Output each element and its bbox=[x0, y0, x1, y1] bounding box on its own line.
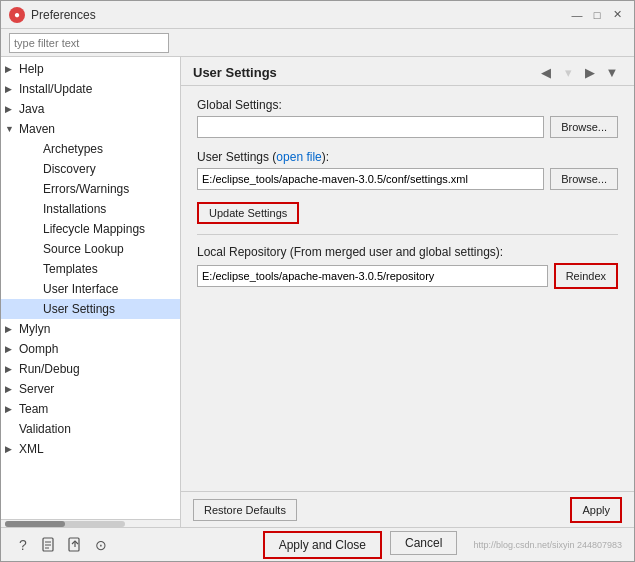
sidebar-item-label: Team bbox=[19, 402, 48, 416]
document-icon[interactable] bbox=[39, 535, 59, 555]
reindex-button-wrapper: Reindex bbox=[554, 263, 618, 289]
footer: ? ⊙ Apply and Close Cancel http://blog.c… bbox=[1, 527, 634, 561]
panel-nav: ◀ ▾ ▶ ▼ bbox=[536, 63, 622, 81]
expand-arrow: ▶ bbox=[5, 444, 19, 454]
expand-arrow: ▶ bbox=[5, 64, 19, 74]
nav-menu-button[interactable]: ▼ bbox=[602, 63, 622, 81]
sidebar-item-label: Discovery bbox=[43, 162, 96, 176]
sidebar-item-java[interactable]: ▶ Java bbox=[1, 99, 180, 119]
expand-arrow: ▶ bbox=[5, 404, 19, 414]
sidebar-item-label: Install/Update bbox=[19, 82, 92, 96]
local-repo-input[interactable] bbox=[197, 265, 548, 287]
sidebar-item-label: Errors/Warnings bbox=[43, 182, 129, 196]
sidebar-item-user-settings[interactable]: User Settings bbox=[1, 299, 180, 319]
update-settings-button[interactable]: Update Settings bbox=[197, 202, 299, 224]
export-icon[interactable] bbox=[65, 535, 85, 555]
user-settings-input[interactable] bbox=[197, 168, 544, 190]
sidebar-item-install-update[interactable]: ▶ Install/Update bbox=[1, 79, 180, 99]
sidebar-item-discovery[interactable]: Discovery bbox=[1, 159, 180, 179]
sidebar-item-user-interface[interactable]: User Interface bbox=[1, 279, 180, 299]
local-repo-label: Local Repository (From merged user and g… bbox=[197, 245, 618, 259]
sidebar-item-archetypes[interactable]: Archetypes bbox=[1, 139, 180, 159]
reindex-button[interactable]: Reindex bbox=[556, 265, 616, 287]
sidebar-hscroll-area bbox=[1, 519, 180, 527]
nav-dropdown-button[interactable]: ▾ bbox=[558, 63, 578, 81]
sidebar-hscrollbar[interactable] bbox=[5, 521, 125, 527]
footer-right: Apply and Close Cancel bbox=[263, 531, 458, 559]
sidebar-item-mylyn[interactable]: ▶ Mylyn bbox=[1, 319, 180, 339]
sidebar-item-source-lookup[interactable]: Source Lookup bbox=[1, 239, 180, 259]
maximize-button[interactable]: □ bbox=[588, 7, 606, 23]
watermark: http://blog.csdn.net/sixyin 244807983 bbox=[473, 540, 622, 550]
global-settings-group: Global Settings: Browse... bbox=[197, 98, 618, 138]
user-settings-browse-button[interactable]: Browse... bbox=[550, 168, 618, 190]
right-panel: User Settings ◀ ▾ ▶ ▼ Global Settings: B… bbox=[181, 57, 634, 527]
local-repo-group: Local Repository (From merged user and g… bbox=[197, 245, 618, 289]
open-file-link[interactable]: open file bbox=[276, 150, 321, 164]
sidebar-item-errors-warnings[interactable]: Errors/Warnings bbox=[1, 179, 180, 199]
main-content: ▶ Help ▶ Install/Update ▶ Java ▼ Maven bbox=[1, 57, 634, 527]
expand-arrow: ▶ bbox=[5, 84, 19, 94]
panel-header-row: User Settings ◀ ▾ ▶ ▼ bbox=[181, 57, 634, 86]
sidebar-item-label: Oomph bbox=[19, 342, 58, 356]
sidebar-item-label: Mylyn bbox=[19, 322, 50, 336]
nav-forward-button[interactable]: ▶ bbox=[580, 63, 600, 81]
global-settings-input[interactable] bbox=[197, 116, 544, 138]
title-bar: ● Preferences — □ ✕ bbox=[1, 1, 634, 29]
window-title: Preferences bbox=[31, 8, 96, 22]
cancel-button[interactable]: Cancel bbox=[390, 531, 457, 555]
local-repo-input-row: Reindex bbox=[197, 263, 618, 289]
bottom-bar: Restore Defaults Apply bbox=[181, 491, 634, 527]
nav-back-button[interactable]: ◀ bbox=[536, 63, 556, 81]
app-icon: ● bbox=[9, 7, 25, 23]
sidebar-item-lifecycle-mappings[interactable]: Lifecycle Mappings bbox=[1, 219, 180, 239]
sidebar-item-label: Source Lookup bbox=[43, 242, 124, 256]
svg-rect-4 bbox=[69, 538, 79, 551]
user-settings-label: User Settings (open file): bbox=[197, 150, 618, 164]
sidebar-item-maven[interactable]: ▼ Maven bbox=[1, 119, 180, 139]
sidebar-item-label: Installations bbox=[43, 202, 106, 216]
sidebar-item-templates[interactable]: Templates bbox=[1, 259, 180, 279]
global-settings-label: Global Settings: bbox=[197, 98, 618, 112]
circle-icon[interactable]: ⊙ bbox=[91, 535, 111, 555]
close-button[interactable]: ✕ bbox=[608, 7, 626, 23]
expand-arrow: ▶ bbox=[5, 384, 19, 394]
sidebar-item-label: User Interface bbox=[43, 282, 118, 296]
sidebar: ▶ Help ▶ Install/Update ▶ Java ▼ Maven bbox=[1, 57, 181, 527]
restore-defaults-button[interactable]: Restore Defaults bbox=[193, 499, 297, 521]
footer-icons: ? ⊙ bbox=[13, 535, 111, 555]
help-icon[interactable]: ? bbox=[13, 535, 33, 555]
sidebar-item-run-debug[interactable]: ▶ Run/Debug bbox=[1, 359, 180, 379]
minimize-button[interactable]: — bbox=[568, 7, 586, 23]
expand-arrow: ▶ bbox=[5, 324, 19, 334]
user-settings-group: User Settings (open file): Browse... bbox=[197, 150, 618, 190]
section-divider bbox=[197, 234, 618, 235]
global-settings-input-row: Browse... bbox=[197, 116, 618, 138]
sidebar-item-xml[interactable]: ▶ XML bbox=[1, 439, 180, 459]
user-settings-input-row: Browse... bbox=[197, 168, 618, 190]
apply-close-button[interactable]: Apply and Close bbox=[265, 533, 380, 557]
sidebar-item-label: Templates bbox=[43, 262, 98, 276]
sidebar-item-help[interactable]: ▶ Help bbox=[1, 59, 180, 79]
sidebar-item-installations[interactable]: Installations bbox=[1, 199, 180, 219]
sidebar-list: ▶ Help ▶ Install/Update ▶ Java ▼ Maven bbox=[1, 57, 180, 519]
apply-button-wrapper: Apply bbox=[570, 497, 622, 523]
sidebar-item-oomph[interactable]: ▶ Oomph bbox=[1, 339, 180, 359]
title-bar-left: ● Preferences bbox=[9, 7, 96, 23]
sidebar-item-label: Java bbox=[19, 102, 44, 116]
sidebar-item-team[interactable]: ▶ Team bbox=[1, 399, 180, 419]
sidebar-item-label: Archetypes bbox=[43, 142, 103, 156]
sidebar-item-label: Validation bbox=[19, 422, 71, 436]
sidebar-item-server[interactable]: ▶ Server bbox=[1, 379, 180, 399]
sidebar-item-label: Run/Debug bbox=[19, 362, 80, 376]
expand-arrow: ▶ bbox=[5, 344, 19, 354]
sidebar-item-label: Maven bbox=[19, 122, 55, 136]
sidebar-hscrollbar-thumb bbox=[5, 521, 65, 527]
filter-input[interactable] bbox=[9, 33, 169, 53]
global-settings-browse-button[interactable]: Browse... bbox=[550, 116, 618, 138]
apply-close-wrapper: Apply and Close bbox=[263, 531, 382, 559]
expand-arrow: ▶ bbox=[5, 104, 19, 114]
apply-button[interactable]: Apply bbox=[572, 499, 620, 521]
preferences-window: ● Preferences — □ ✕ ▶ Help ▶ bbox=[0, 0, 635, 562]
sidebar-item-validation[interactable]: Validation bbox=[1, 419, 180, 439]
